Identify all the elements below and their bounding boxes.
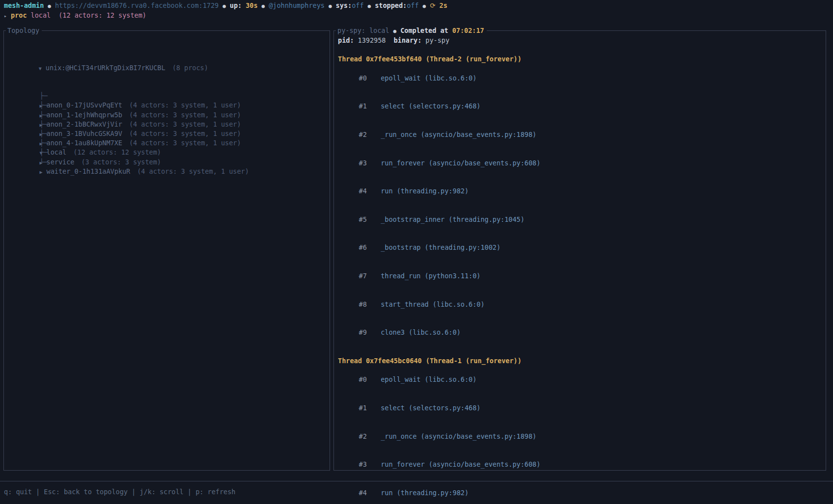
frame-function: run_forever (asyncio/base_events.py:608) (381, 460, 540, 468)
binary-value: py-spy (425, 36, 449, 45)
frame-number: #3 (359, 159, 373, 168)
frame-number: #7 (359, 271, 373, 281)
binary-label: binary: (393, 36, 421, 45)
frame-number: #5 (359, 215, 373, 224)
node-label: waiter_0-1h131aAVpkuR (47, 167, 131, 175)
stopped-label: stopped: (375, 1, 407, 9)
topology-node[interactable]: ├─ ▶anon_0-17jUSvvPqEYt(4 actors: 3 syst… (15, 82, 327, 91)
node-label: local (47, 148, 67, 156)
thread-frames: #0epoll_wait (libc.so.6:0) #1select (sel… (338, 64, 822, 347)
stopped-value: off (407, 1, 418, 9)
frame-function: clone3 (libc.so.6:0) (381, 328, 461, 336)
frame-function: run_forever (asyncio/base_events.py:608) (381, 159, 540, 167)
frame-number: #9 (359, 328, 373, 337)
tree-branch-glyph: └─ (40, 158, 48, 166)
tree-branch-glyph: ├─ (40, 92, 48, 100)
frame-function: run (threading.py:982) (381, 489, 469, 497)
separator-dot: ● (393, 27, 397, 36)
refresh-interval: 2s (440, 1, 447, 10)
topology-panel-title: Topology (6, 26, 42, 35)
thread-header: Thread 0x7fee45bc0640 (Thread-1 (run_for… (338, 356, 822, 366)
node-label: anon_0-17jUSvvPqEYt (47, 101, 122, 109)
top-status-bar: mesh-admin ● https://devvm18676.rva0.fac… (4, 1, 829, 21)
separator-dot: ● (48, 1, 51, 11)
node-summary: (4 actors: 3 system, 1 user) (137, 167, 249, 175)
topology-node[interactable]: ├─ ▶anon_1-1ejhWhqprw5b(4 actors: 3 syst… (15, 91, 327, 101)
breadcrumb-summary: (12 actors: 12 system) (58, 11, 146, 20)
node-summary: (8 procs) (172, 64, 208, 72)
stack-frame: #1select (selectors.py:468) (338, 92, 822, 121)
node-summary: (12 actors: 12 system) (73, 148, 161, 156)
tree-branch-glyph: ├─ (40, 101, 48, 109)
stack-frame: #6_bootstrap (threading.py:1002) (338, 234, 822, 262)
prompt-arrow-icon: ▸ (4, 11, 7, 21)
frame-function: _run_once (asyncio/base_events.py:1898) (381, 131, 536, 138)
thread-block: Thread 0x7fee453bf640 (Thread-2 (run_for… (338, 54, 822, 346)
stack-frame: #2_run_once (asyncio/base_events.py:1898… (338, 422, 822, 451)
frame-function: _bootstrap_inner (threading.py:1045) (381, 215, 525, 223)
server-url: https://devvm18676.rva0.facebook.com:172… (55, 1, 219, 10)
breadcrumb: ▸ proc local (12 actors: 12 system) (4, 11, 829, 21)
pyspy-panel-title: py-spy: local ● Completed at 07:02:17 (336, 26, 487, 36)
thread-frames: #0epoll_wait (libc.so.6:0) #1select (sel… (338, 366, 822, 504)
topology-title-label: Topology (7, 26, 39, 35)
breadcrumb-mode: proc (11, 11, 27, 20)
pyspy-status: Completed at (400, 26, 448, 35)
node-label: unix:@HCiT34rURkTgDixBI7rKUCBL (46, 64, 166, 72)
stack-frame: #4run (threading.py:982) (338, 479, 822, 504)
tree-branch-glyph: ├─ (40, 111, 48, 119)
frame-number: #4 (359, 488, 373, 498)
sys-toggle[interactable]: sys:off (336, 1, 364, 10)
stack-frame: #5_bootstrap_inner (threading.py:1045) (338, 206, 822, 234)
thread-block: Thread 0x7fee45bc0640 (Thread-1 (run_for… (338, 356, 822, 504)
stack-frame: #0epoll_wait (libc.so.6:0) (338, 366, 822, 394)
stopped-toggle[interactable]: stopped:off (375, 1, 418, 10)
keybinding-statusbar: q: quit | Esc: back to topology | j/k: s… (4, 487, 235, 497)
pid-label: pid: (338, 36, 354, 45)
frame-number: #8 (359, 300, 373, 309)
stack-frame: #4run (threading.py:982) (338, 177, 822, 206)
tree-branch-glyph: ├─ (40, 130, 48, 137)
uptime-value: 30s (246, 1, 257, 10)
separator-dot: ● (368, 1, 371, 11)
frame-number: #0 (359, 375, 373, 384)
tree-branch-glyph: ├─ (40, 139, 48, 147)
pyspy-output[interactable]: pid: 1392958 binary: py-spy Thread 0x7fe… (334, 31, 826, 504)
process-info-row: pid: 1392958 binary: py-spy (338, 36, 822, 45)
frame-number: #2 (359, 432, 373, 441)
node-summary: (4 actors: 3 system, 1 user) (129, 101, 241, 109)
stack-frame: #1select (selectors.py:468) (338, 394, 822, 423)
node-label: anon_1-1ejhWhqprw5b (47, 111, 122, 119)
frame-function: epoll_wait (libc.so.6:0) (381, 74, 476, 82)
expand-arrow-icon[interactable]: ▶ (40, 167, 47, 177)
frame-function: epoll_wait (libc.so.6:0) (381, 375, 476, 383)
pyspy-panel[interactable]: py-spy: local ● Completed at 07:02:17 pi… (333, 30, 826, 471)
stack-frame: #9clone3 (libc.so.6:0) (338, 318, 822, 347)
frame-function: _bootstrap (threading.py:1002) (381, 243, 500, 251)
node-summary: (4 actors: 3 system, 1 user) (129, 130, 241, 137)
separator-dot: ● (329, 1, 332, 11)
stack-frame: #3run_forever (asyncio/base_events.py:60… (338, 149, 822, 177)
node-label: anon_3-1BVuhcGSKA9V (47, 130, 122, 137)
username: @johnhumphreys (269, 1, 325, 10)
thread-dumps: Thread 0x7fee453bf640 (Thread-2 (run_for… (338, 54, 822, 504)
expand-arrow-icon[interactable]: ▼ (39, 64, 46, 73)
spacer (338, 45, 822, 54)
frame-number: #1 (359, 403, 373, 413)
pyspy-title-prefix: py-spy: (337, 26, 365, 35)
node-summary: (4 actors: 3 system, 1 user) (129, 139, 241, 147)
topology-children: ├─ ▶anon_0-17jUSvvPqEYt(4 actors: 3 syst… (15, 82, 327, 158)
frame-number: #6 (359, 243, 373, 252)
topology-root-node[interactable]: ▼unix:@HCiT34rURkTgDixBI7rKUCBL(8 procs) (15, 53, 327, 63)
frame-function: start_thread (libc.so.6:0) (381, 300, 484, 308)
tree-branch-glyph: ├─ (40, 120, 48, 128)
breadcrumb-target: local (31, 11, 51, 20)
thread-header: Thread 0x7fee453bf640 (Thread-2 (run_for… (338, 54, 822, 64)
node-summary: (3 actors: 3 system) (81, 158, 161, 166)
topology-tree[interactable]: ▼unix:@HCiT34rURkTgDixBI7rKUCBL(8 procs)… (4, 31, 330, 176)
pyspy-completed-time: 07:02:17 (452, 26, 484, 35)
tree-branch-glyph: ├─ (40, 148, 48, 156)
statusbar-divider (0, 481, 833, 481)
separator-dot: ● (262, 1, 265, 11)
frame-function: _run_once (asyncio/base_events.py:1898) (381, 432, 536, 440)
